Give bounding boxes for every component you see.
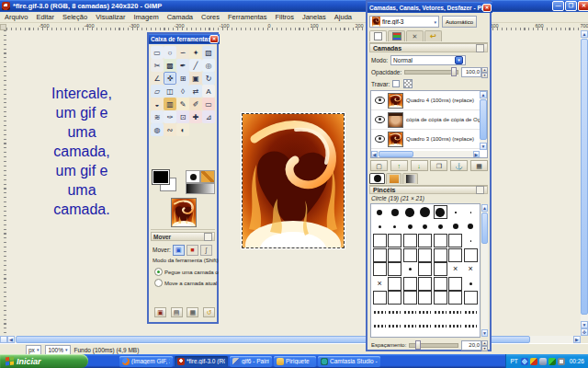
tray-volume-icon[interactable]: [521, 358, 528, 365]
lock-pixels-button[interactable]: [403, 79, 413, 88]
brush-cell[interactable]: [463, 319, 479, 334]
brush-cell[interactable]: [402, 305, 418, 320]
spacing-spinner[interactable]: ▲▼: [481, 340, 488, 351]
brush-cell[interactable]: [418, 262, 434, 277]
tray-speaker-icon[interactable]: [558, 358, 565, 365]
brush-cell[interactable]: [448, 205, 464, 220]
anchor-layer-button[interactable]: ⚓: [450, 160, 468, 171]
ellipse-select-tool[interactable]: ○: [164, 46, 176, 59]
brush-cell[interactable]: [388, 262, 403, 277]
canvas-image-fire-heart[interactable]: [242, 113, 345, 248]
scroll-thumb[interactable]: [379, 151, 413, 157]
collapse-icon[interactable]: [204, 233, 212, 241]
tray-display-icon[interactable]: [539, 358, 547, 365]
color-picker-tool[interactable]: ╱: [189, 59, 202, 72]
active-pattern-indicator[interactable]: [200, 170, 215, 183]
brush-cell[interactable]: [448, 248, 464, 263]
brush-cell[interactable]: [372, 319, 388, 334]
brush-cell[interactable]: [418, 277, 434, 292]
brush-cell[interactable]: [388, 277, 403, 292]
opacity-slider[interactable]: [404, 70, 458, 75]
brush-cell[interactable]: [433, 220, 448, 235]
layers-dialog-close-button[interactable]: ✕: [482, 4, 492, 12]
zoom-combo[interactable]: 100% ▾: [45, 345, 70, 355]
brush-cell[interactable]: [463, 305, 479, 320]
brush-cell[interactable]: [433, 205, 448, 220]
brush-cell[interactable]: ×: [448, 262, 464, 277]
tab-layers[interactable]: [369, 30, 387, 41]
paths-tool[interactable]: ✒: [176, 59, 189, 72]
brush-cell[interactable]: [402, 220, 418, 235]
horizontal-scrollbar[interactable]: ◀ ▶: [0, 336, 581, 343]
brush-cell[interactable]: [372, 248, 388, 263]
tool-options-header[interactable]: Mover: [151, 232, 215, 241]
bucket-fill-tool[interactable]: ◒: [151, 98, 164, 110]
scroll-down-arrow[interactable]: ▼: [581, 321, 588, 328]
menu-camada[interactable]: Camada: [167, 13, 193, 21]
rotate-tool[interactable]: ↻: [202, 72, 215, 85]
foreground-color-swatch[interactable]: [153, 170, 169, 184]
scroll-thumb[interactable]: [480, 99, 487, 140]
ink-tool[interactable]: ✑: [164, 110, 176, 123]
move-tool[interactable]: ✜: [164, 72, 176, 85]
scroll-left-arrow[interactable]: ◀: [371, 151, 378, 157]
layer-mode-combo[interactable]: Normal ▼: [390, 55, 466, 65]
brush-cell[interactable]: [433, 262, 448, 277]
toolbox-titlebar[interactable]: Caixa de ferramentas ✕: [149, 34, 220, 44]
delete-options-button[interactable]: ▦: [187, 307, 198, 317]
zoom-tool[interactable]: ◎: [202, 59, 215, 72]
brush-cell[interactable]: ×: [372, 277, 388, 292]
menu-janelas[interactable]: Janelas: [302, 13, 326, 21]
image-selector-combo[interactable]: fire.gif-3 ▾: [369, 16, 439, 28]
opacity-value[interactable]: 100,0: [461, 67, 481, 77]
brush-cell[interactable]: [448, 305, 464, 320]
brush-cell[interactable]: [402, 205, 418, 220]
visibility-eye-icon[interactable]: [375, 135, 385, 143]
menu-visualizar[interactable]: Visualizar: [96, 13, 125, 21]
menu-editar[interactable]: Editar: [36, 13, 54, 21]
scroll-right-arrow[interactable]: ▶: [473, 151, 480, 157]
tab-undo-history[interactable]: ↩: [424, 30, 442, 41]
brush-cell[interactable]: [402, 248, 418, 263]
eraser-tool[interactable]: ▭: [202, 98, 215, 110]
measure-tool[interactable]: ∠: [151, 72, 164, 85]
move-layer-mode-button[interactable]: ▣: [173, 245, 185, 256]
new-layer-button[interactable]: ▢: [370, 160, 388, 171]
brush-cell[interactable]: ×: [463, 262, 479, 277]
menu-ferramentas[interactable]: Ferramentas: [228, 13, 267, 21]
menu-filtros[interactable]: Filtros: [276, 13, 294, 21]
brush-cell[interactable]: [463, 220, 479, 235]
brush-cell[interactable]: [463, 205, 479, 220]
brush-cell[interactable]: [433, 291, 448, 305]
brush-cell[interactable]: [388, 205, 403, 220]
scroll-left-arrow[interactable]: ◀: [7, 336, 15, 343]
ruler-corner[interactable]: [0, 24, 6, 30]
lower-layer-button[interactable]: ↓: [411, 160, 428, 171]
paintbrush-tool[interactable]: ✐: [189, 98, 202, 110]
brush-cell[interactable]: [448, 277, 464, 292]
free-select-tool[interactable]: ∽: [176, 46, 189, 59]
layer-list-hscrollbar[interactable]: ◀ ▶: [371, 151, 480, 157]
brush-grid-vscrollbar[interactable]: ▲ ▼: [481, 204, 488, 337]
save-options-button[interactable]: ▣: [154, 307, 166, 317]
unit-combo[interactable]: px ▾: [26, 345, 41, 355]
radio-icon[interactable]: [154, 268, 163, 276]
brush-cell[interactable]: [388, 319, 403, 334]
brush-cell[interactable]: [433, 248, 448, 263]
brush-cell[interactable]: [402, 277, 418, 292]
canvas[interactable]: Intercale, um gif e uma camada, um gif e…: [6, 30, 581, 336]
reset-options-button[interactable]: ↺: [203, 307, 215, 317]
brush-cell[interactable]: [463, 248, 479, 263]
menu-seleção[interactable]: Seleção: [62, 13, 87, 21]
delete-layer-button[interactable]: ▦: [470, 160, 488, 171]
scissors-select-tool[interactable]: ✂: [151, 59, 164, 72]
brush-cell[interactable]: [388, 305, 403, 320]
brush-cell[interactable]: [372, 262, 388, 277]
menu-arquivo[interactable]: Arquivo: [5, 13, 28, 21]
toolbox-close-button[interactable]: ✕: [209, 35, 219, 43]
brush-cell[interactable]: [448, 319, 464, 334]
pan-navigator-button[interactable]: ✜: [581, 328, 588, 336]
brush-cell[interactable]: [418, 205, 434, 220]
scroll-up-arrow[interactable]: ▲: [581, 30, 588, 38]
radio-icon[interactable]: [154, 279, 163, 287]
